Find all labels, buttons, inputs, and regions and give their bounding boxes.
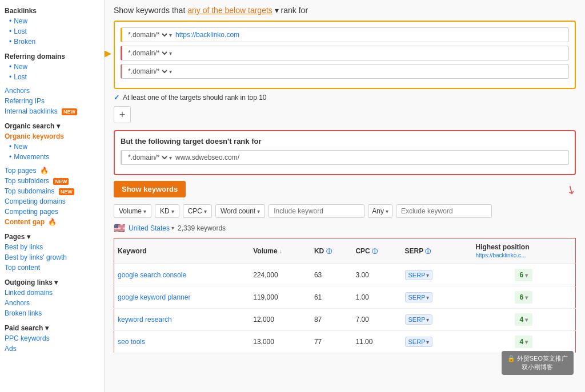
- country-chevron: ▾: [171, 225, 174, 231]
- url-text-1: https://backlinko.com: [175, 31, 565, 39]
- sidebar-item-referring-ips[interactable]: Referring IPs: [0, 96, 104, 106]
- sidebar-item-referring-lost[interactable]: •Lost: [0, 72, 104, 82]
- col-cpc: CPC ⓘ: [352, 239, 401, 264]
- domain-input-2[interactable]: *.domain/* ▾: [121, 46, 569, 60]
- serp-button[interactable]: SERP ▾: [405, 314, 433, 325]
- sidebar-item-backlinks-broken[interactable]: •Broken: [0, 37, 104, 47]
- red-box: But the following target doesn't rank fo…: [114, 130, 576, 175]
- volume-cell: 12,000: [250, 309, 311, 331]
- sidebar-item-internal-backlinks[interactable]: Internal backlinks NEW: [0, 106, 104, 116]
- organic-search-title[interactable]: Organic search ▾: [0, 120, 104, 131]
- keywords-count: 2,339 keywords: [178, 224, 226, 232]
- red-domain-input[interactable]: *.domain/* ▾ www.sdwebseo.com/: [121, 150, 569, 165]
- sidebar-item-anchors2[interactable]: Anchors: [0, 298, 104, 308]
- word-count-label: Word count: [221, 207, 255, 215]
- add-target-button[interactable]: +: [114, 106, 131, 123]
- position-cell: 6 ▾: [472, 264, 575, 286]
- yellow-box: *.domain/* ▾ https://backlinko.com *.dom…: [114, 21, 576, 89]
- word-count-chevron: ▾: [257, 208, 260, 215]
- kd-chevron: ▾: [171, 208, 174, 215]
- checkbox-label: At least one of the targets should rank …: [123, 94, 267, 102]
- kd-cell: 87: [311, 309, 352, 331]
- paid-title[interactable]: Paid search ▾: [0, 322, 104, 333]
- sidebar-item-backlinks-new[interactable]: •New: [0, 16, 104, 26]
- show-keywords-button[interactable]: Show keywords: [114, 181, 186, 197]
- domain-row-2: *.domain/* ▾: [121, 46, 569, 60]
- keyword-cell[interactable]: google search console: [114, 264, 250, 286]
- sidebar-item-backlinks-lost[interactable]: •Lost: [0, 26, 104, 37]
- sidebar-item-best-by-links-growth[interactable]: Best by links' growth: [0, 252, 104, 262]
- volume-label: Volume: [119, 207, 142, 215]
- red-domain-select[interactable]: *.domain/*: [126, 153, 169, 162]
- include-keyword-input[interactable]: [269, 204, 364, 218]
- country-row: 🇺🇸 United States ▾ 2,339 keywords: [114, 223, 576, 233]
- serp-button[interactable]: SERP ▾: [405, 292, 433, 302]
- domain-row-1: *.domain/* ▾ https://backlinko.com: [121, 27, 569, 42]
- keyword-cell[interactable]: google keyword planner: [114, 286, 250, 309]
- domain-select-2[interactable]: *.domain/*: [126, 49, 169, 58]
- sidebar-item-linked-domains[interactable]: Linked domains: [0, 288, 104, 298]
- domain-input-1[interactable]: *.domain/* ▾ https://backlinko.com: [121, 27, 569, 42]
- backlinks-title: Backlinks: [0, 5, 104, 16]
- sidebar: Backlinks •New •Lost •Broken Referring d…: [0, 0, 105, 392]
- country-flag: 🇺🇸: [114, 223, 125, 233]
- red-box-title: But the following target doesn't rank fo…: [121, 137, 569, 146]
- exclude-keyword-input[interactable]: [396, 204, 492, 218]
- any-filter[interactable]: Any ▾: [368, 204, 392, 218]
- domain-select-3[interactable]: *.domain/*: [126, 67, 169, 76]
- cpc-chevron: ▾: [204, 208, 207, 215]
- sidebar-item-organic-keywords-new[interactable]: •New: [0, 142, 104, 152]
- keyword-cell[interactable]: keyword research: [114, 309, 250, 331]
- serp-cell: SERP ▾: [402, 264, 461, 286]
- sidebar-item-anchors[interactable]: Anchors: [0, 86, 104, 96]
- keyword-cell[interactable]: seo tools: [114, 331, 250, 353]
- referring-domains-title: Referring domains: [0, 50, 104, 62]
- cpc-cell: 1.00: [352, 286, 401, 309]
- chevron-icon-1: ▾: [169, 32, 172, 38]
- sidebar-item-referring-new[interactable]: •New: [0, 62, 104, 72]
- volume-filter[interactable]: Volume ▾: [114, 204, 151, 218]
- sidebar-item-organic-keywords-movements[interactable]: •Movements: [0, 152, 104, 162]
- domain-input-3[interactable]: *.domain/* ▾: [121, 64, 569, 79]
- col-volume[interactable]: Volume ↓: [250, 239, 311, 264]
- sidebar-item-top-content[interactable]: Top content: [0, 262, 104, 273]
- serp-action-cell: [460, 264, 472, 286]
- sidebar-item-competing-pages[interactable]: Competing pages: [0, 207, 104, 217]
- sidebar-item-content-gap[interactable]: Content gap 🔥: [0, 217, 104, 227]
- serp-button[interactable]: SERP ▾: [405, 270, 433, 280]
- pages-title[interactable]: Pages ▾: [0, 231, 104, 242]
- kd-filter[interactable]: KD ▾: [155, 204, 179, 218]
- outgoing-title[interactable]: Outgoing links ▾: [0, 276, 104, 288]
- domain-row-3: *.domain/* ▾: [121, 64, 569, 79]
- domain-select-1[interactable]: *.domain/*: [126, 30, 169, 39]
- arrow-indicator: [105, 49, 113, 62]
- sidebar-item-broken-links[interactable]: Broken links: [0, 308, 104, 318]
- checkmark-icon: ✓: [114, 94, 119, 102]
- table-row: google search console 224,000 63 3.00 SE…: [114, 264, 576, 286]
- action-row: Show keywords ↘: [114, 181, 576, 197]
- volume-cell: 224,000: [250, 264, 311, 286]
- sidebar-item-top-subfolders[interactable]: Top subfolders NEW: [0, 176, 104, 186]
- sidebar-item-best-by-links[interactable]: Best by links: [0, 242, 104, 252]
- position-value: 4 ▾: [515, 336, 532, 348]
- any-targets-link[interactable]: any of the below targets: [187, 6, 273, 15]
- col-keyword: Keyword: [114, 239, 250, 264]
- serp-button[interactable]: SERP ▾: [405, 337, 433, 347]
- sidebar-item-competing-domains[interactable]: Competing domains: [0, 196, 104, 207]
- cpc-filter[interactable]: CPC ▾: [183, 204, 212, 218]
- kd-cell: 63: [311, 264, 352, 286]
- serp-action-cell: [460, 331, 472, 353]
- sidebar-item-top-pages[interactable]: Top pages 🔥: [0, 165, 104, 176]
- sidebar-item-ppc-keywords[interactable]: PPC keywords: [0, 333, 104, 343]
- new-badge: NEW: [62, 108, 77, 115]
- kd-cell: 77: [311, 331, 352, 353]
- word-count-filter[interactable]: Word count ▾: [215, 204, 265, 218]
- keywords-table: Keyword Volume ↓ KD ⓘ CPC ⓘ SERP ⓘ Highe…: [114, 238, 576, 353]
- sidebar-item-organic-keywords[interactable]: Organic keywords: [0, 131, 104, 142]
- sidebar-item-ads[interactable]: Ads: [0, 343, 104, 354]
- country-select[interactable]: United States ▾: [129, 224, 174, 232]
- sidebar-item-top-subdomains[interactable]: Top subdomains NEW: [0, 186, 104, 196]
- table-row: keyword research 12,000 87 7.00 SERP ▾ 4…: [114, 309, 576, 331]
- red-chevron-icon: ▾: [169, 155, 172, 161]
- cpc-cell: 3.00: [352, 264, 401, 286]
